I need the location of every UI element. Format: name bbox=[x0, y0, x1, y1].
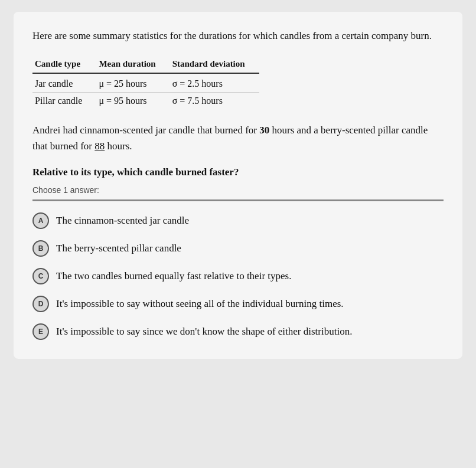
row1-type: Jar candle bbox=[32, 73, 96, 93]
stats-table: Candle type Mean duration Standard devia… bbox=[32, 57, 259, 109]
row2-std: σ = 7.5 hours bbox=[170, 92, 259, 109]
col-header-std: Standard deviation bbox=[170, 57, 259, 73]
divider bbox=[32, 199, 444, 201]
option-d-circle: D bbox=[32, 296, 49, 312]
option-d-text: It's impossible to say without seeing al… bbox=[56, 295, 444, 312]
question-text: Relative to its type, which candle burne… bbox=[32, 165, 444, 180]
option-e[interactable]: E It's impossible to say since we don't … bbox=[32, 323, 444, 340]
option-a[interactable]: A The cinnamon-scented jar candle bbox=[32, 212, 444, 229]
row1-mean: μ = 25 hours bbox=[96, 73, 169, 93]
row1-std: σ = 2.5 hours bbox=[170, 73, 259, 93]
choose-label: Choose 1 answer: bbox=[32, 185, 444, 195]
option-b-text: The berry-scented pillar candle bbox=[56, 240, 444, 256]
option-b-circle: B bbox=[32, 240, 49, 257]
row2-mean: μ = 95 hours bbox=[96, 92, 169, 109]
option-c-text: The two candles burned equally fast rela… bbox=[56, 267, 444, 284]
table-row: Jar candle μ = 25 hours σ = 2.5 hours bbox=[32, 73, 259, 93]
col-header-mean: Mean duration bbox=[96, 57, 169, 73]
option-e-text: It's impossible to say since we don't kn… bbox=[56, 323, 444, 339]
main-card: Here are some summary statistics for the… bbox=[14, 12, 462, 359]
option-c[interactable]: C The two candles burned equally fast re… bbox=[32, 267, 444, 284]
table-row: Pillar candle μ = 95 hours σ = 7.5 hours bbox=[32, 92, 259, 109]
option-a-circle: A bbox=[32, 212, 49, 229]
problem-text: Andrei had cinnamon-scented jar candle t… bbox=[32, 122, 444, 154]
option-e-circle: E bbox=[32, 323, 49, 340]
option-d[interactable]: D It's impossible to say without seeing … bbox=[32, 295, 444, 312]
intro-text: Here are some summary statistics for the… bbox=[32, 28, 444, 44]
answer-options: A The cinnamon-scented jar candle B The … bbox=[32, 212, 444, 340]
col-header-type: Candle type bbox=[32, 57, 96, 73]
option-b[interactable]: B The berry-scented pillar candle bbox=[32, 240, 444, 257]
option-c-circle: C bbox=[32, 268, 49, 284]
row2-type: Pillar candle bbox=[32, 92, 96, 109]
option-a-text: The cinnamon-scented jar candle bbox=[56, 212, 444, 228]
